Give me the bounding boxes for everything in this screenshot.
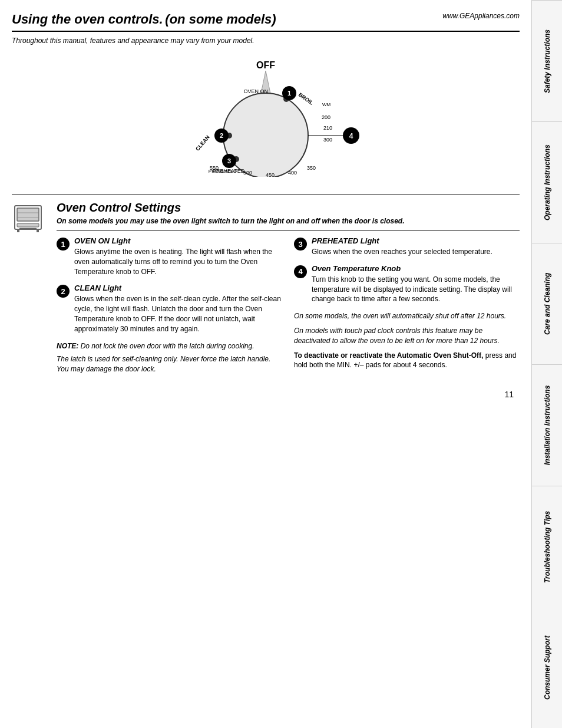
knob-diagram: OFF BROIL WM 200 210 300 350 400 450 500…	[12, 53, 520, 183]
item-4-title: Oven Temperature Knob	[312, 264, 520, 273]
latch-note: The latch is used for self-cleaning only…	[57, 354, 282, 374]
left-col: 1 OVEN ON Light Glows anytime the oven i…	[57, 236, 282, 378]
svg-text:350: 350	[307, 165, 316, 171]
sidebar-tab-care: Care and Cleaning	[532, 243, 562, 364]
item-2: 2 CLEAN Light Glows when the oven is in …	[57, 284, 282, 334]
intro-text: Throughout this manual, features and app…	[12, 37, 520, 45]
svg-text:450: 450	[266, 172, 275, 177]
deactivate-note: To deactivate or reactivate the Automati…	[294, 351, 520, 371]
title-text: Using the oven controls.	[12, 12, 163, 27]
svg-point-1	[223, 93, 308, 177]
right-notes: On some models, the oven will automatica…	[294, 311, 520, 370]
item-1-content: OVEN ON Light Glows anytime the oven is …	[74, 236, 282, 276]
svg-text:210: 210	[323, 125, 332, 131]
knob-svg: OFF BROIL WM 200 210 300 350 400 450 500…	[142, 59, 389, 177]
sidebar-tab-operating: Operating Instructions	[532, 121, 562, 243]
item-4: 4 Oven Temperature Knob Turn this knob t…	[294, 264, 520, 304]
sidebar-tab-safety: Safety Instructions	[532, 0, 562, 121]
sidebar: Safety Instructions Operating Instructio…	[531, 0, 562, 728]
svg-text:PREHEATED: PREHEATED	[209, 169, 237, 174]
svg-rect-31	[17, 223, 39, 227]
main-content: Using the oven controls. (on some models…	[0, 0, 531, 411]
svg-text:1: 1	[287, 90, 291, 97]
oven-section: Oven Control Settings On some models you…	[12, 201, 520, 378]
item-3-content: PREHEATED Light Glows when the oven reac…	[312, 236, 492, 257]
item-3-text: Glows when the oven reaches your selecte…	[312, 247, 492, 257]
sidebar-tab-consumer: Consumer Support	[532, 607, 562, 728]
two-col: 1 OVEN ON Light Glows anytime the oven i…	[57, 236, 520, 378]
item-1-text: Glows anytime the oven is heating. The l…	[74, 247, 282, 276]
item-2-text: Glows when the oven is in the self-clean…	[74, 294, 282, 334]
item-4-text: Turn this knob to the setting you want. …	[312, 275, 520, 304]
svg-text:4: 4	[349, 132, 353, 140]
svg-text:BROIL: BROIL	[297, 91, 315, 106]
svg-text:300: 300	[323, 137, 332, 143]
item-3: 3 PREHEATED Light Glows when the oven re…	[294, 236, 520, 257]
auto-shutoff-note-1: On some models, the oven will automatica…	[294, 311, 520, 321]
note-section: NOTE: Do not lock the oven door with the…	[57, 341, 282, 374]
svg-text:3: 3	[227, 157, 231, 164]
title-subtitle: (on some models)	[165, 12, 276, 27]
note-text: NOTE: Do not lock the oven door with the…	[57, 341, 282, 351]
item-3-title: PREHEATED Light	[312, 236, 492, 245]
section-intro: On some models you may use the oven ligh…	[57, 217, 520, 230]
svg-text:400: 400	[288, 170, 297, 176]
note-label: NOTE:	[57, 342, 78, 350]
svg-text:200: 200	[322, 114, 330, 120]
section-divider	[12, 195, 520, 195]
page-header: Using the oven controls. (on some models…	[12, 12, 520, 32]
item-2-number: 2	[57, 285, 70, 298]
svg-text:CLEAN: CLEAN	[194, 134, 211, 152]
svg-text:WM: WM	[322, 102, 331, 107]
svg-rect-35	[17, 229, 19, 232]
svg-text:OVEN ON: OVEN ON	[243, 88, 268, 94]
item-1: 1 OVEN ON Light Glows anytime the oven i…	[57, 236, 282, 276]
right-col: 3 PREHEATED Light Glows when the oven re…	[294, 236, 520, 378]
deactivate-title: To deactivate or reactivate the Automati…	[294, 351, 483, 360]
sidebar-tab-installation: Installation Instructions	[532, 364, 562, 486]
note-body: Do not lock the oven door with the latch…	[81, 342, 254, 350]
oven-section-content: Oven Control Settings On some models you…	[57, 201, 520, 378]
item-4-content: Oven Temperature Knob Turn this knob to …	[312, 264, 520, 304]
item-2-content: CLEAN Light Glows when the oven is in th…	[74, 284, 282, 334]
auto-shutoff-note-2: On models with touch pad clock controls …	[294, 326, 520, 346]
item-3-number: 3	[294, 238, 307, 251]
item-4-number: 4	[294, 265, 307, 278]
sidebar-tab-troubleshooting: Troubleshooting Tips	[532, 486, 562, 607]
svg-rect-36	[37, 229, 39, 232]
page-number: 11	[12, 390, 520, 399]
item-2-title: CLEAN Light	[74, 284, 282, 292]
svg-rect-30	[17, 208, 39, 221]
section-heading: Oven Control Settings	[57, 201, 520, 215]
oven-icon	[12, 201, 47, 378]
website-url: www.GEAppliances.com	[442, 12, 520, 20]
item-1-title: OVEN ON Light	[74, 236, 282, 245]
item-1-number: 1	[57, 238, 70, 251]
page-title: Using the oven controls. (on some models…	[12, 12, 276, 27]
svg-text:OFF: OFF	[256, 60, 275, 70]
svg-text:2: 2	[220, 132, 223, 139]
